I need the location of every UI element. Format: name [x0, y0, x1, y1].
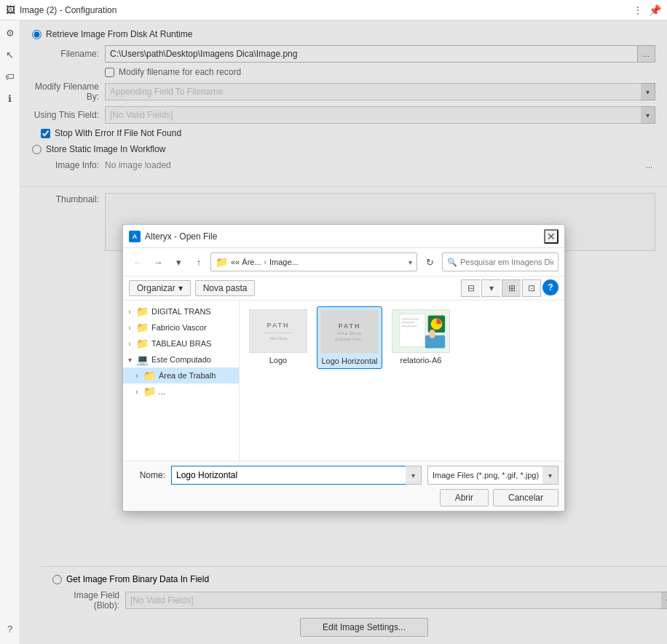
file-item-logo[interactable]: PATH ──────── Alta Dica Logo: [245, 306, 311, 369]
image-field-dropdown[interactable]: [No Valid Fields]: [125, 592, 667, 609]
config-area: Retrieve Image From Disk At Runtime File…: [20, 20, 667, 183]
pin-icon[interactable]: 📌: [649, 4, 661, 16]
nav-up-btn[interactable]: ↑: [190, 253, 208, 271]
view-btn-more[interactable]: ⊡: [522, 279, 541, 297]
image-field-dropdown-wrap: [No Valid Fields] ▾: [125, 592, 667, 609]
image-info-label: Image Info:: [32, 160, 105, 170]
title-bar-right: ⋮ 📌: [633, 4, 661, 16]
view-btn-list[interactable]: ⊟: [461, 279, 480, 297]
svg-rect-8: [430, 330, 435, 338]
store-radio[interactable]: [32, 145, 42, 154]
dialog-toolbar: ← → ▾ ↑ 📁 «« Áre... › Image... ▾ ↻ 🔍: [123, 248, 564, 277]
file-item-relatorio[interactable]: relatorio-A6: [388, 306, 454, 369]
tree-item-extra[interactable]: › 📁 ...: [123, 383, 239, 399]
path-bar[interactable]: 📁 «« Áre... › Image... ▾: [210, 253, 417, 271]
file-name-logo-h: Logo Horizontal: [321, 357, 377, 365]
retrieve-label: Retrieve Image From Disk At Runtime: [46, 29, 192, 39]
path-part2: Image...: [269, 258, 299, 266]
tree-item-computador[interactable]: ▾ 💻 Este Computado: [123, 351, 239, 367]
path-dropdown-arrow[interactable]: ▾: [409, 258, 412, 266]
footer-type-wrap: Image Files (*.png, *.gif, *.jpg)All Fil…: [427, 466, 559, 485]
modify-filename-row: Modify Filename By: Appending Field To F…: [32, 82, 655, 102]
logo-h-thumb-content: PATH Alta Dica Qualidade Finan...: [321, 311, 378, 353]
stop-error-label: Stop With Error If File Not Found: [55, 128, 181, 138]
path-refresh-btn[interactable]: ↻: [420, 253, 439, 271]
modify-checkbox-label: Modify filename for each record: [119, 67, 241, 77]
open-file-dialog: A Alteryx - Open File ✕ ← → ▾ ↑ 📁 «« Áre…: [122, 224, 565, 512]
tree-item-tableau[interactable]: › 📁 TABLEAU BRAS: [123, 335, 239, 351]
store-label: Store Static Image In Workflow: [46, 144, 166, 154]
nova-pasta-label: Nova pasta: [203, 283, 248, 293]
divider: [20, 186, 667, 187]
footer-type-select[interactable]: Image Files (*.png, *.gif, *.jpg)All Fil…: [427, 466, 559, 485]
using-dropdown[interactable]: [No Valid Fields]: [105, 106, 655, 124]
nav-back-btn[interactable]: ←: [129, 253, 146, 271]
tree-icon-digital: 📁: [136, 306, 149, 317]
file-name-relatorio: relatorio-A6: [400, 356, 442, 365]
binary-radio[interactable]: [52, 575, 62, 584]
stop-error-checkbox[interactable]: [41, 129, 50, 138]
nav-forward-btn[interactable]: →: [149, 253, 167, 271]
organizar-label: Organizar: [137, 283, 175, 293]
modify-dropdown-wrap: Appending Field To Filename ▾: [105, 83, 655, 100]
modify-dropdown[interactable]: Appending Field To Filename: [105, 83, 655, 100]
filename-browse-btn[interactable]: ...: [638, 45, 655, 63]
file-name-logo: Logo: [269, 356, 287, 365]
help-btn[interactable]: ?: [542, 279, 559, 295]
filename-input[interactable]: [105, 45, 638, 63]
tree-item-digital[interactable]: › 📁 DIGITAL TRANS: [123, 303, 239, 319]
search-input[interactable]: [460, 258, 553, 266]
edit-image-settings-btn[interactable]: Edit Image Settings...: [300, 618, 428, 637]
dialog-body: › 📁 DIGITAL TRANS › 📁 Fabricio Vascor › …: [123, 301, 564, 461]
tree-label-extra: ...: [159, 387, 165, 396]
organizar-arrow: ▾: [178, 283, 183, 293]
tree-icon-tableau: 📁: [136, 338, 149, 349]
file-item-logo-h[interactable]: PATH Alta Dica Qualidade Finan... Logo H…: [317, 306, 382, 369]
modify-checkbox[interactable]: [105, 68, 114, 77]
retrieve-radio[interactable]: [32, 30, 42, 39]
footer-nome-input-arrow[interactable]: ▾: [406, 466, 422, 485]
more-icon[interactable]: ⋮: [633, 4, 643, 16]
tree-item-fabricio[interactable]: › 📁 Fabricio Vascor: [123, 319, 239, 335]
cancelar-btn[interactable]: Cancelar: [493, 489, 559, 506]
dialog-close-btn[interactable]: ✕: [544, 229, 559, 244]
organizar-btn[interactable]: Organizar ▾: [129, 280, 191, 296]
abrir-btn[interactable]: Abrir: [440, 489, 489, 506]
footer-nome-label: Nome:: [129, 470, 165, 480]
tree-item-area[interactable]: › 📁 Área de Trabalh: [123, 367, 239, 383]
file-thumb-logo: PATH ──────── Alta Dica: [249, 309, 307, 353]
tree-icon-area: 📁: [143, 370, 156, 381]
nova-pasta-btn[interactable]: Nova pasta: [195, 280, 256, 296]
sidebar-cursor-btn[interactable]: ↖: [2, 47, 18, 63]
tree-label-area: Área de Trabalh: [159, 371, 216, 380]
sidebar-tag-btn[interactable]: 🏷: [2, 68, 18, 84]
using-field-row: Using This Field: [No Valid Fields] ▾: [32, 106, 655, 124]
window-title: Image (2) - Configuration: [20, 5, 117, 15]
tree-icon-computador: 💻: [136, 354, 149, 365]
filename-row: Filename: ...: [32, 45, 655, 63]
dialog-footer: Nome: ▾ Image Files (*.png, *.gif, *.jpg…: [123, 461, 564, 511]
search-bar: 🔍: [442, 253, 559, 271]
image-field-label: Image Field (Blob):: [52, 590, 125, 611]
svg-rect-2: [402, 318, 419, 319]
title-bar: 🖼 Image (2) - Configuration ⋮ 📌: [0, 0, 667, 20]
footer-nome-input[interactable]: [171, 466, 422, 485]
view-btn-detail[interactable]: ⊞: [502, 279, 521, 297]
tree-expand-computador: ▾: [126, 356, 133, 364]
edit-btn-row: Edit Image Settings...: [52, 618, 667, 637]
tree-label-digital: DIGITAL TRANS: [151, 307, 211, 316]
image-info-browse-btn[interactable]: ...: [643, 161, 655, 170]
file-tree: › 📁 DIGITAL TRANS › 📁 Fabricio Vascor › …: [123, 301, 240, 461]
alteryx-icon: A: [129, 231, 141, 242]
binary-radio-row: Get Image From Binary Data In Field: [52, 574, 667, 584]
nav-dropdown-btn[interactable]: ▾: [170, 253, 187, 271]
view-btn-dropdown[interactable]: ▾: [481, 279, 500, 297]
sidebar-info-btn[interactable]: ℹ: [2, 90, 18, 106]
modify-label: Modify Filename By:: [32, 82, 105, 102]
sidebar-help-btn[interactable]: ?: [2, 621, 18, 637]
sidebar-gear-btn[interactable]: ⚙: [2, 25, 18, 41]
svg-rect-4: [402, 325, 417, 327]
file-thumb-relatorio: [392, 309, 450, 353]
view-buttons: ⊟ ▾ ⊞ ⊡ ?: [461, 279, 559, 297]
footer-nome-row: Nome: ▾ Image Files (*.png, *.gif, *.jpg…: [129, 466, 559, 485]
